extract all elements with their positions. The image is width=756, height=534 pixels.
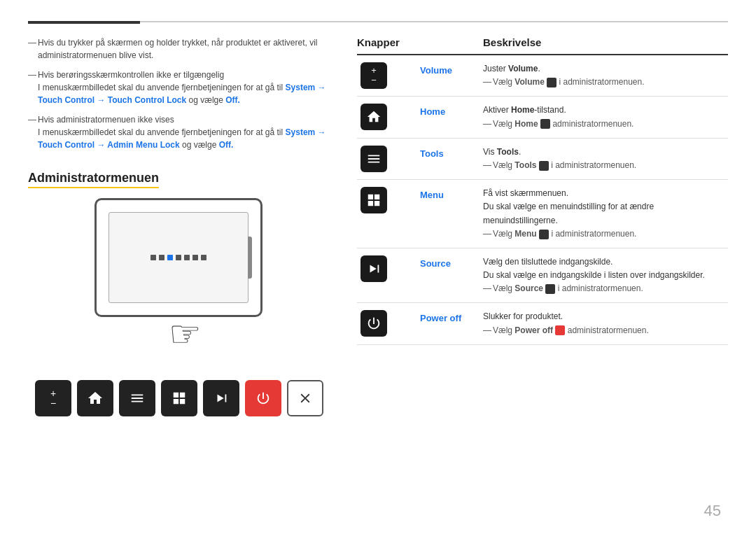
table-row-source: Source Vælg den tilsluttede indgangskild… bbox=[357, 248, 728, 304]
dot-1 bbox=[150, 255, 156, 260]
dot-5 bbox=[184, 255, 190, 260]
home-icon-inline bbox=[540, 119, 550, 129]
row-icon-source bbox=[357, 255, 420, 282]
dot-4 bbox=[176, 255, 181, 260]
volume-bold2: Volume bbox=[514, 77, 544, 87]
buttons-row: + − bbox=[28, 380, 329, 416]
tools-icon-sq bbox=[360, 146, 387, 172]
table-row-home: Home Aktiver Home-tilstand. Vælg Home ad… bbox=[357, 97, 728, 138]
page-container: Hvis du trykker på skærmen og holder try… bbox=[0, 0, 756, 534]
note-3-highlight2: Touch Control → Admin Menu Lock bbox=[38, 140, 180, 150]
poweroff-icon-inline bbox=[555, 325, 565, 335]
home-button[interactable] bbox=[77, 380, 113, 416]
tools-bold2: Tools bbox=[514, 160, 536, 170]
row-icon-home bbox=[357, 104, 420, 130]
volume-button[interactable]: + − bbox=[35, 380, 71, 416]
svg-rect-1 bbox=[378, 265, 379, 272]
row-name-volume: Volume bbox=[420, 62, 483, 76]
menu-icon-svg bbox=[366, 192, 382, 208]
tools-bold1: Tools bbox=[497, 147, 519, 157]
note-1-text: Hvis du trykker på skærmen og holder try… bbox=[38, 38, 318, 60]
note-2-highlight1: System → bbox=[286, 83, 326, 92]
note-3-highlight1: System → bbox=[286, 127, 326, 137]
source-icon-inline bbox=[545, 284, 555, 294]
content-area: Hvis du trykker på skærmen og holder try… bbox=[28, 36, 728, 513]
source-bold2: Source bbox=[514, 283, 543, 293]
row-icon-poweroff bbox=[357, 310, 420, 337]
col-button-header: Knapper bbox=[357, 36, 420, 48]
dot-3 bbox=[167, 255, 173, 260]
device-screen bbox=[108, 212, 248, 303]
screen-dots bbox=[150, 255, 206, 260]
note-2-text: Hvis berøringsskærmkontrollen ikke er ti… bbox=[38, 70, 224, 80]
volume-bold1: Volume bbox=[508, 64, 538, 73]
dot-6 bbox=[192, 255, 198, 260]
close-button[interactable] bbox=[287, 380, 323, 416]
row-icon-tools bbox=[357, 146, 420, 172]
menu-icon-sq bbox=[360, 187, 387, 213]
col-name-header bbox=[420, 36, 483, 48]
source-icon bbox=[214, 391, 229, 406]
power-button[interactable] bbox=[245, 380, 281, 416]
poweroff-bold2: Power off bbox=[514, 325, 553, 335]
page-number: 45 bbox=[704, 502, 721, 520]
tools-icon-svg bbox=[366, 151, 382, 167]
plus-icon: + bbox=[50, 388, 56, 398]
note-3-text: Hvis administratormenuen ikke vises bbox=[38, 115, 174, 125]
tools-icon-inline bbox=[539, 161, 549, 171]
col-desc-header: Beskrivelse bbox=[483, 36, 728, 48]
table-row-menu: Menu Få vist skærmmenuen. Du skal vælge … bbox=[357, 180, 728, 248]
poweroff-icon-svg bbox=[366, 316, 382, 331]
left-panel: Hvis du trykker på skærmen og holder try… bbox=[28, 36, 329, 513]
row-desc-menu: Få vist skærmmenuen. Du skal vælge en me… bbox=[483, 187, 728, 241]
menu-bold2: Menu bbox=[514, 229, 536, 239]
table-header: Knapper Beskrivelse bbox=[357, 36, 728, 55]
minus-symbol: − bbox=[371, 76, 377, 85]
note-3-sub: I menuskærmbilledet skal du anvende fjer… bbox=[38, 127, 326, 150]
row-desc-poweroff: Slukker for produktet. Vælg Power off ad… bbox=[483, 310, 728, 337]
row-name-home: Home bbox=[420, 104, 483, 117]
note-1: Hvis du trykker på skærmen og holder try… bbox=[28, 36, 329, 62]
row-desc-tools: Vis Tools. Vælg Tools i administratormen… bbox=[483, 146, 728, 172]
dot-7 bbox=[201, 255, 206, 260]
menu-button[interactable] bbox=[161, 380, 197, 416]
note-2-sub: I menuskærmbilledet skal du anvende fjer… bbox=[38, 83, 326, 105]
close-icon bbox=[298, 391, 313, 406]
row-name-poweroff: Power off bbox=[420, 310, 483, 323]
hand-pointer-icon: ☞ bbox=[169, 316, 202, 352]
device-side-strip bbox=[248, 237, 252, 279]
volume-icon-sq: + − bbox=[360, 62, 387, 89]
svg-rect-0 bbox=[225, 395, 227, 402]
row-name-source: Source bbox=[420, 255, 483, 269]
right-panel: Knapper Beskrivelse + − Volume Juster Vo… bbox=[357, 36, 728, 513]
row-icon-volume: + − bbox=[357, 62, 420, 89]
section-title: Administratormenuen bbox=[28, 171, 159, 188]
home-icon bbox=[87, 390, 104, 407]
menu-icon-inline bbox=[539, 230, 549, 239]
note-3: Hvis administratormenuen ikke vises I me… bbox=[28, 113, 329, 151]
table-row-volume: + − Volume Juster Volume. Vælg Volume i … bbox=[357, 55, 728, 97]
top-rule bbox=[28, 21, 728, 22]
home-bold2: Home bbox=[514, 119, 538, 129]
home-icon-sq bbox=[360, 104, 387, 130]
home-bold1: Home bbox=[511, 105, 534, 115]
plus-symbol: + bbox=[371, 66, 377, 76]
poweroff-icon-sq bbox=[360, 310, 387, 337]
note-3-highlight3: Off. bbox=[219, 140, 234, 150]
row-desc-source: Vælg den tilsluttede indgangskilde. Du s… bbox=[483, 255, 728, 296]
tools-button[interactable] bbox=[119, 380, 155, 416]
power-icon bbox=[255, 391, 271, 406]
menu-icon bbox=[172, 391, 187, 406]
row-icon-menu bbox=[357, 187, 420, 213]
source-icon-svg bbox=[366, 261, 382, 276]
device-illustration: ☞ bbox=[80, 198, 276, 338]
source-button[interactable] bbox=[203, 380, 239, 416]
dot-2 bbox=[159, 255, 164, 260]
table-row-poweroff: Power off Slukker for produktet. Vælg Po… bbox=[357, 303, 728, 344]
note-2-highlight2: Touch Control → Touch Control Lock bbox=[38, 95, 186, 105]
source-icon-sq bbox=[360, 255, 387, 282]
note-2-highlight3: Off. bbox=[225, 95, 240, 105]
row-name-tools: Tools bbox=[420, 146, 483, 159]
row-name-menu: Menu bbox=[420, 187, 483, 200]
minus-icon: − bbox=[50, 398, 56, 408]
